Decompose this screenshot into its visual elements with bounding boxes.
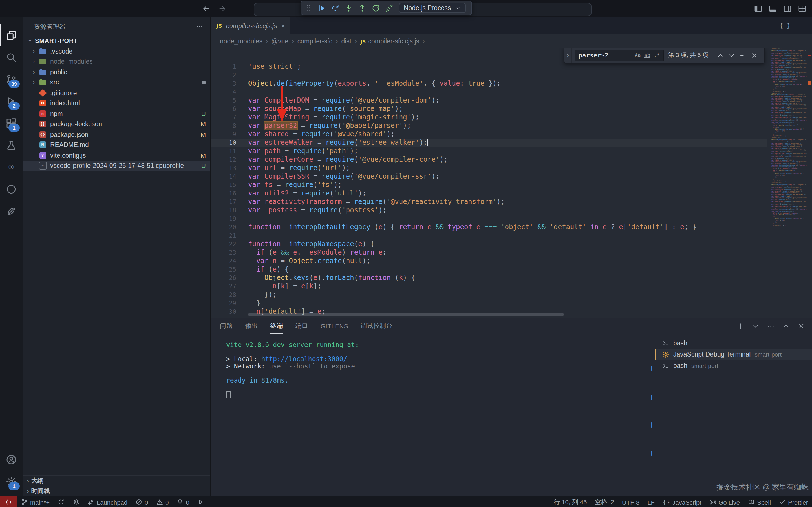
find-next-icon[interactable] — [728, 52, 735, 59]
status-spell-checker[interactable]: Spell — [744, 496, 775, 507]
tree-item-.gitignore[interactable]: .gitignore — [22, 88, 210, 98]
tree-item-index.html[interactable]: <>index.html — [22, 98, 210, 108]
debug-disconnect-button[interactable] — [385, 4, 394, 12]
chevron-down-icon — [454, 5, 460, 11]
status-notifications-count[interactable]: 0 — [173, 496, 193, 507]
activity-testing[interactable] — [0, 134, 22, 156]
activity-extension-leaf[interactable] — [0, 200, 22, 222]
panel-tab-GITLENS[interactable]: GITLENS — [320, 319, 348, 334]
tree-item-package.json[interactable]: {}package.jsonM — [22, 129, 210, 140]
status-go-live[interactable]: Go Live — [705, 496, 744, 507]
status-eol[interactable]: LF — [644, 496, 659, 507]
match-case-icon[interactable]: Aa — [633, 52, 642, 59]
status-language-mode[interactable]: {}JavaScript — [659, 496, 705, 507]
status-sync-changes[interactable] — [54, 496, 68, 507]
panel-tab-端口[interactable]: 端口 — [296, 319, 308, 334]
status-layers-indicator[interactable] — [68, 496, 84, 507]
tree-item-.vscode[interactable]: ›.vscode — [22, 46, 210, 56]
activity-extensions[interactable]: 1 — [0, 112, 22, 134]
find-toggle-replace-icon[interactable]: › — [564, 48, 572, 63]
tree-root-smart-port[interactable]: ›SMART-PORT — [22, 36, 210, 46]
find-close-icon[interactable] — [751, 52, 758, 59]
status-warnings-count[interactable]: 0 — [152, 496, 172, 507]
debug-process-select[interactable]: Node.js Process — [399, 3, 465, 13]
tree-item-package-lock.json[interactable]: {}package-lock.jsonM — [22, 119, 210, 129]
breadcrumb-item[interactable]: node_modules — [220, 38, 262, 45]
find-in-selection-icon[interactable] — [739, 52, 747, 59]
breadcrumb-item[interactable]: … — [428, 38, 435, 45]
toggle-sidebar-icon[interactable] — [754, 4, 762, 13]
breadcrumb-item[interactable]: compiler-sfc — [297, 38, 333, 45]
find-previous-icon[interactable] — [717, 52, 724, 59]
tree-item-npm[interactable]: nnpmU — [22, 108, 210, 119]
toggle-panel-icon[interactable] — [769, 4, 777, 13]
outline-section[interactable]: › 大纲 — [22, 476, 210, 486]
maximize-panel-button[interactable] — [782, 323, 790, 330]
toggle-secondary-sidebar-icon[interactable] — [783, 4, 792, 13]
sidebar-more-icon[interactable] — [196, 22, 204, 31]
nav-forward-icon[interactable] — [218, 4, 227, 13]
horizontal-scrollbar[interactable] — [248, 314, 564, 316]
terminal-output[interactable]: vite v2.8.6 dev server running at: > Loc… — [211, 334, 649, 496]
nav-back-icon[interactable] — [202, 4, 210, 13]
panel-tab-输出[interactable]: 输出 — [245, 319, 258, 334]
braces-icon: {} — [663, 499, 670, 506]
line-number: 5 — [211, 96, 236, 105]
breadcrumb-item[interactable]: @vue — [271, 38, 289, 45]
tree-item-readme.md[interactable]: MREADME.md — [22, 140, 210, 150]
terminal-list-item[interactable]: bashsmart-port — [655, 360, 812, 372]
tree-item-node-modules[interactable]: ›node_modules — [22, 56, 210, 67]
tree-item-vite.config.js[interactable]: Vvite.config.jsM — [22, 150, 210, 161]
tree-item-label: README.md — [50, 142, 89, 149]
terminal-profile-dropdown[interactable] — [752, 323, 760, 330]
debug-restart-button[interactable] — [371, 4, 380, 12]
activity-extension-circle[interactable] — [0, 178, 22, 200]
breadcrumb-item[interactable]: JScompiler-sfc.cjs.js — [360, 38, 419, 45]
line-number: 9 — [211, 130, 236, 138]
minimap[interactable]: 'use strict';Object.defineProperty(expor… — [771, 48, 808, 313]
braces-icon[interactable]: { } — [779, 22, 791, 30]
debug-toolbar-grip[interactable] — [305, 4, 312, 12]
regex-icon[interactable]: .* — [652, 52, 661, 59]
status-launchpad[interactable]: Launchpad — [84, 496, 132, 507]
debug-stepout-button[interactable] — [358, 4, 366, 12]
find-input[interactable]: parser$2 Aaab.* — [574, 50, 664, 61]
panel-tab-终端[interactable]: 终端 — [270, 319, 283, 334]
status-cursor-position[interactable]: 行 10, 列 45 — [550, 496, 591, 507]
status-indentation[interactable]: 空格: 2 — [591, 496, 618, 507]
panel-tab-问题[interactable]: 问题 — [220, 319, 233, 334]
terminal-list-item[interactable]: JavaScript Debug Terminalsmart-port — [655, 349, 812, 360]
debug-stepinto-button[interactable] — [345, 4, 353, 12]
activity-infinity-extension[interactable]: ∞ — [0, 156, 22, 178]
status-run-task[interactable] — [193, 496, 208, 507]
breadcrumb-item[interactable]: dist — [341, 38, 351, 45]
status-errors-count[interactable]: 0 — [132, 496, 152, 507]
timeline-section[interactable]: › 时间线 — [22, 486, 210, 496]
activity-search[interactable] — [0, 46, 22, 68]
debug-stepover-button[interactable] — [331, 4, 340, 12]
close-panel-button[interactable] — [797, 323, 805, 330]
tree-item-vscode-profile-2024-09-25-17-48-51.cpuprofile[interactable]: ≡vscode-profile-2024-09-25-17-48-51.cpup… — [22, 161, 210, 171]
activity-run-and-debug[interactable]: 2 — [0, 90, 22, 112]
panel-tab-调试控制台[interactable]: 调试控制台 — [361, 319, 393, 334]
tree-item-src[interactable]: ›src — [22, 77, 210, 88]
activity-accounts[interactable] — [0, 448, 22, 470]
status-git-branch[interactable]: main*+ — [17, 496, 54, 507]
activity-explorer[interactable] — [0, 24, 22, 46]
code-line: 6var sourceMap = require('source-map'); — [211, 105, 767, 113]
code-editor[interactable]: › parser$2 Aaab.* 第 3 项, 共 5 项 1'use str… — [211, 48, 812, 318]
panel-more-actions[interactable] — [767, 323, 775, 330]
tab-close-icon[interactable]: × — [281, 22, 285, 30]
tab-compiler-sfc[interactable]: JS compiler-sfc.cjs.js × — [211, 17, 291, 34]
whole-word-icon[interactable]: ab — [643, 52, 652, 59]
status-prettier[interactable]: Prettier — [775, 496, 812, 507]
new-terminal-button[interactable] — [737, 323, 744, 330]
status-encoding[interactable]: UTF-8 — [618, 496, 644, 507]
debug-continue-button[interactable] — [317, 4, 326, 12]
terminal-list-item[interactable]: bash — [655, 338, 812, 349]
customize-layout-icon[interactable] — [798, 4, 806, 13]
tree-item-public[interactable]: ›public — [22, 67, 210, 77]
activity-source-control[interactable]: 39 — [0, 68, 22, 90]
status-remote-indicator[interactable] — [0, 496, 17, 507]
activity-settings[interactable]: 1 — [0, 470, 22, 492]
